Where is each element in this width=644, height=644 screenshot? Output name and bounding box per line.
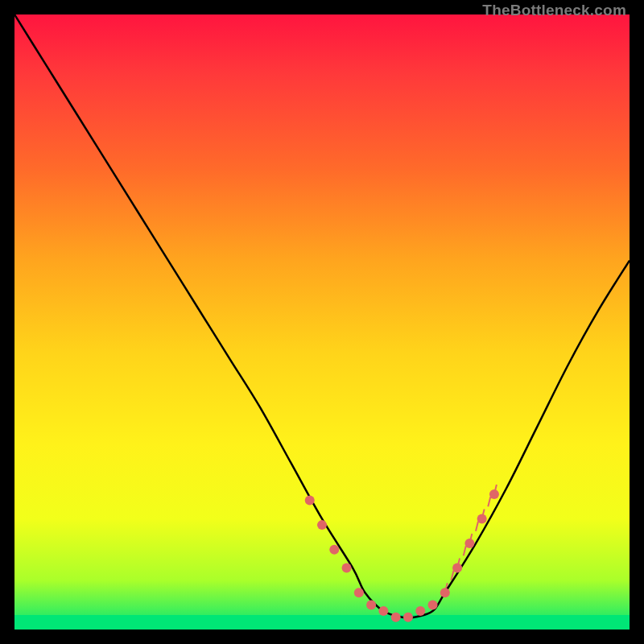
valley-marker [366, 600, 376, 609]
tick-mark [488, 497, 490, 506]
valley-marker [317, 520, 327, 530]
valley-marker [354, 588, 364, 597]
valley-marker [477, 514, 487, 523]
valley-marker [415, 606, 425, 616]
valley-marker [403, 613, 413, 622]
tick-mark [464, 546, 466, 555]
valley-marker [452, 564, 462, 573]
chart-frame [14, 14, 630, 630]
valley-marker [391, 613, 401, 622]
tick-mark [476, 522, 478, 531]
attribution-label: TheBottleneck.com [482, 2, 626, 19]
valley-markers [305, 489, 499, 622]
valley-marker [489, 489, 499, 499]
valley-marker [440, 588, 450, 597]
valley-marker [464, 539, 474, 548]
valley-marker [329, 545, 339, 555]
valley-marker [428, 600, 438, 609]
bottleneck-curve [14, 14, 630, 630]
valley-marker [305, 496, 315, 506]
valley-marker [342, 564, 352, 573]
valley-marker [378, 606, 388, 616]
right-branch-ticks [445, 485, 497, 592]
